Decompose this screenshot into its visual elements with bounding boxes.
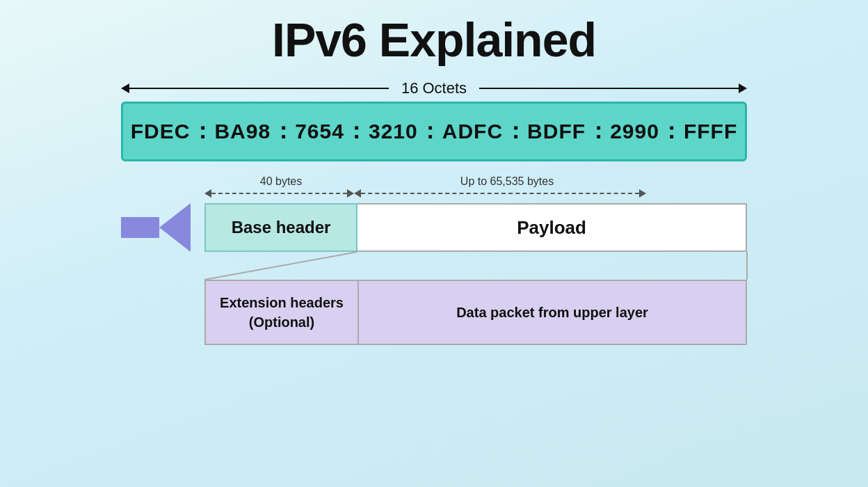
octets-arrow-left <box>121 83 129 93</box>
dashed-left-head-40 <box>204 189 211 198</box>
expansion-section: Extension headers(Optional) Data packet … <box>121 252 747 345</box>
arrow-tail <box>121 217 159 238</box>
ip-colon-4: ： <box>504 116 527 147</box>
octets-arrow-line <box>121 83 389 93</box>
ip-colon-0: ： <box>191 116 214 147</box>
sub-boxes-row: Extension headers(Optional) Data packet … <box>204 280 747 345</box>
octets-label: 16 Octets <box>389 79 479 97</box>
ip-seg-3: 3210 <box>369 120 418 143</box>
ip-seg-6: 2990 <box>610 120 659 143</box>
ip-seg-1: BA98 <box>214 120 271 143</box>
ip-seg-0: FDEC <box>131 120 191 143</box>
ip-colon-1: ： <box>272 116 294 147</box>
dashed-arrow-40 <box>204 189 354 198</box>
base-header-box: Base header <box>204 203 357 252</box>
extension-headers-label: Extension headers(Optional) <box>220 293 344 332</box>
dashed-left-head-65 <box>354 189 361 198</box>
ip-colon-6: ： <box>660 116 682 147</box>
big-arrow <box>121 203 191 252</box>
dashed-line-40 <box>211 193 347 194</box>
ip-colon-2: ： <box>345 116 367 147</box>
octets-label-row: 16 Octets <box>121 79 747 97</box>
page-title: IPv6 Explained <box>272 13 596 67</box>
payload-box: Payload <box>357 203 747 252</box>
ip-seg-2: 7654 <box>295 120 344 143</box>
connector-area <box>121 252 747 280</box>
extension-headers-box: Extension headers(Optional) <box>206 281 359 344</box>
connector-svg <box>121 252 747 280</box>
octets-section: 16 Octets FDEC ： BA98 ： 7654 ： 3210 ： AD… <box>121 79 747 161</box>
octets-arrow-right <box>739 83 747 93</box>
bytes-40-label: 40 bytes <box>204 175 357 188</box>
arrow-head <box>159 203 191 252</box>
svg-line-0 <box>204 252 357 280</box>
ip-seg-5: BDFF <box>527 120 586 143</box>
octets-line-right <box>479 88 739 89</box>
ip-address-bar: FDEC ： BA98 ： 7654 ： 3210 ： ADFC ： BDFF … <box>121 102 747 161</box>
dashed-right-head-40 <box>347 189 354 198</box>
ip-colon-5: ： <box>587 116 609 147</box>
dashed-arrow-65 <box>354 189 646 198</box>
payload-label: Payload <box>517 217 586 239</box>
base-header-label: Base header <box>232 218 331 237</box>
bytes-labels-row: 40 bytes Up to 65,535 bytes <box>121 175 747 188</box>
packet-section: 40 bytes Up to 65,535 bytes Base header <box>121 175 747 252</box>
bytes-65-label: Up to 65,535 bytes <box>357 175 657 188</box>
arrow-box-left <box>121 203 204 252</box>
octets-line-left <box>129 88 389 89</box>
ip-seg-4: ADFC <box>442 120 503 143</box>
octets-arrow-line-right <box>479 83 747 93</box>
ip-colon-3: ： <box>419 116 441 147</box>
dashed-right-head-65 <box>639 189 646 198</box>
data-packet-label: Data packet from upper layer <box>456 305 648 321</box>
data-packet-box: Data packet from upper layer <box>359 281 746 344</box>
dashed-line-65 <box>361 193 639 194</box>
packet-row: Base header Payload <box>121 203 747 252</box>
dashed-arrows-row <box>121 189 747 198</box>
ip-seg-7: FFFF <box>684 120 737 143</box>
